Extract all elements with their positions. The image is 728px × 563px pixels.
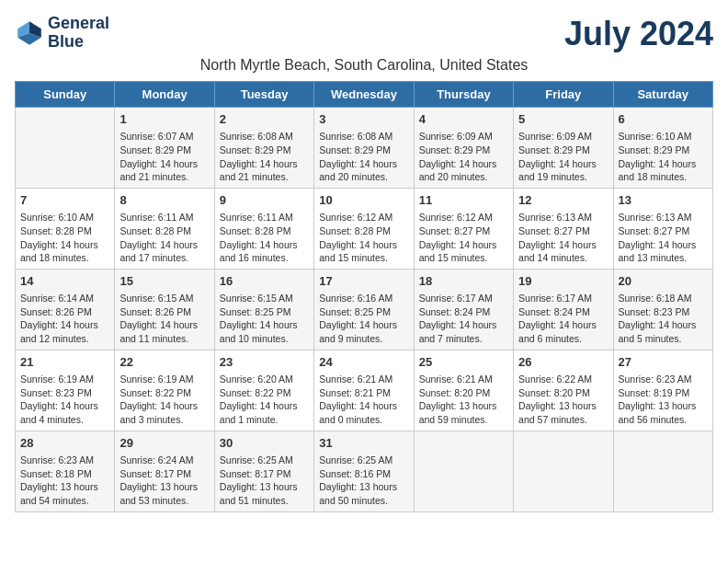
calendar-cell: 6Sunrise: 6:10 AMSunset: 8:29 PMDaylight…	[613, 108, 712, 189]
day-info: Sunrise: 6:13 AMSunset: 8:27 PMDaylight:…	[619, 211, 708, 265]
day-number: 22	[119, 354, 209, 371]
calendar-cell	[16, 108, 115, 189]
calendar-cell: 24Sunrise: 6:21 AMSunset: 8:21 PMDayligh…	[314, 350, 414, 431]
calendar-cell: 17Sunrise: 6:16 AMSunset: 8:25 PMDayligh…	[314, 269, 414, 350]
calendar-cell: 20Sunrise: 6:18 AMSunset: 8:23 PMDayligh…	[613, 269, 712, 350]
logo: General Blue	[15, 15, 109, 52]
calendar-cell: 19Sunrise: 6:17 AMSunset: 8:24 PMDayligh…	[514, 269, 613, 350]
day-info: Sunrise: 6:11 AMSunset: 8:28 PMDaylight:…	[220, 211, 309, 265]
day-info: Sunrise: 6:07 AMSunset: 8:29 PMDaylight:…	[119, 130, 209, 184]
day-info: Sunrise: 6:22 AMSunset: 8:20 PMDaylight:…	[518, 373, 608, 427]
header-friday: Friday	[514, 82, 613, 108]
day-number: 26	[518, 354, 608, 371]
day-number: 2	[220, 111, 309, 128]
header-saturday: Saturday	[613, 82, 712, 108]
calendar-cell: 22Sunrise: 6:19 AMSunset: 8:22 PMDayligh…	[115, 350, 214, 431]
day-info: Sunrise: 6:09 AMSunset: 8:29 PMDaylight:…	[518, 130, 608, 184]
day-number: 16	[220, 273, 309, 290]
day-number: 19	[518, 273, 608, 290]
calendar-cell: 30Sunrise: 6:25 AMSunset: 8:17 PMDayligh…	[214, 431, 313, 511]
calendar-week-5: 28Sunrise: 6:23 AMSunset: 8:18 PMDayligh…	[16, 431, 713, 511]
day-number: 8	[119, 192, 209, 209]
header-monday: Monday	[115, 82, 214, 108]
calendar-header-row: SundayMondayTuesdayWednesdayThursdayFrid…	[16, 82, 713, 108]
day-number: 6	[619, 111, 708, 128]
calendar-cell: 15Sunrise: 6:15 AMSunset: 8:26 PMDayligh…	[115, 269, 214, 350]
day-info: Sunrise: 6:15 AMSunset: 8:26 PMDaylight:…	[119, 292, 209, 346]
calendar-cell: 2Sunrise: 6:08 AMSunset: 8:29 PMDaylight…	[214, 108, 313, 189]
day-number: 7	[20, 192, 109, 209]
day-info: Sunrise: 6:19 AMSunset: 8:22 PMDaylight:…	[119, 373, 209, 427]
calendar-cell: 7Sunrise: 6:10 AMSunset: 8:28 PMDaylight…	[16, 188, 115, 269]
calendar-cell: 31Sunrise: 6:25 AMSunset: 8:16 PMDayligh…	[314, 431, 414, 511]
calendar-cell: 3Sunrise: 6:08 AMSunset: 8:29 PMDaylight…	[314, 108, 414, 189]
calendar-cell: 18Sunrise: 6:17 AMSunset: 8:24 PMDayligh…	[414, 269, 513, 350]
calendar-cell: 10Sunrise: 6:12 AMSunset: 8:28 PMDayligh…	[314, 188, 414, 269]
day-info: Sunrise: 6:25 AMSunset: 8:16 PMDaylight:…	[319, 454, 408, 508]
day-number: 24	[319, 354, 408, 371]
calendar-cell: 28Sunrise: 6:23 AMSunset: 8:18 PMDayligh…	[16, 431, 115, 511]
day-info: Sunrise: 6:14 AMSunset: 8:26 PMDaylight:…	[20, 292, 109, 346]
day-info: Sunrise: 6:20 AMSunset: 8:22 PMDaylight:…	[220, 373, 309, 427]
calendar-cell: 16Sunrise: 6:15 AMSunset: 8:25 PMDayligh…	[214, 269, 313, 350]
day-info: Sunrise: 6:08 AMSunset: 8:29 PMDaylight:…	[319, 130, 408, 184]
calendar-cell: 21Sunrise: 6:19 AMSunset: 8:23 PMDayligh…	[16, 350, 115, 431]
day-info: Sunrise: 6:11 AMSunset: 8:28 PMDaylight:…	[119, 211, 209, 265]
day-number: 14	[20, 273, 109, 290]
calendar-cell: 25Sunrise: 6:21 AMSunset: 8:20 PMDayligh…	[414, 350, 513, 431]
day-info: Sunrise: 6:10 AMSunset: 8:29 PMDaylight:…	[619, 130, 708, 184]
day-number: 5	[518, 111, 608, 128]
day-number: 17	[319, 273, 408, 290]
day-number: 10	[319, 192, 408, 209]
day-info: Sunrise: 6:17 AMSunset: 8:24 PMDaylight:…	[518, 292, 608, 346]
calendar-cell	[414, 431, 513, 511]
calendar-cell: 5Sunrise: 6:09 AMSunset: 8:29 PMDaylight…	[514, 108, 613, 189]
page-title: July 2024	[564, 15, 713, 53]
calendar-week-4: 21Sunrise: 6:19 AMSunset: 8:23 PMDayligh…	[16, 350, 713, 431]
day-info: Sunrise: 6:12 AMSunset: 8:28 PMDaylight:…	[319, 211, 408, 265]
day-info: Sunrise: 6:15 AMSunset: 8:25 PMDaylight:…	[220, 292, 309, 346]
header-sunday: Sunday	[16, 82, 115, 108]
day-info: Sunrise: 6:08 AMSunset: 8:29 PMDaylight:…	[220, 130, 309, 184]
header-tuesday: Tuesday	[214, 82, 313, 108]
header-wednesday: Wednesday	[314, 82, 414, 108]
day-number: 3	[319, 111, 408, 128]
day-info: Sunrise: 6:21 AMSunset: 8:20 PMDaylight:…	[419, 373, 508, 427]
day-number: 1	[119, 111, 209, 128]
calendar-cell	[514, 431, 613, 511]
day-number: 27	[619, 354, 708, 371]
calendar-cell: 11Sunrise: 6:12 AMSunset: 8:27 PMDayligh…	[414, 188, 513, 269]
calendar-table: SundayMondayTuesdayWednesdayThursdayFrid…	[15, 81, 713, 512]
day-number: 13	[619, 192, 708, 209]
calendar-cell: 1Sunrise: 6:07 AMSunset: 8:29 PMDaylight…	[115, 108, 214, 189]
day-info: Sunrise: 6:17 AMSunset: 8:24 PMDaylight:…	[419, 292, 508, 346]
calendar-cell: 13Sunrise: 6:13 AMSunset: 8:27 PMDayligh…	[613, 188, 712, 269]
day-info: Sunrise: 6:09 AMSunset: 8:29 PMDaylight:…	[419, 130, 508, 184]
day-number: 20	[619, 273, 708, 290]
calendar-cell: 29Sunrise: 6:24 AMSunset: 8:17 PMDayligh…	[115, 431, 214, 511]
day-info: Sunrise: 6:13 AMSunset: 8:27 PMDaylight:…	[518, 211, 608, 265]
day-info: Sunrise: 6:12 AMSunset: 8:27 PMDaylight:…	[419, 211, 508, 265]
calendar-cell: 14Sunrise: 6:14 AMSunset: 8:26 PMDayligh…	[16, 269, 115, 350]
day-number: 12	[518, 192, 608, 209]
day-number: 31	[319, 435, 408, 452]
day-info: Sunrise: 6:18 AMSunset: 8:23 PMDaylight:…	[619, 292, 708, 346]
header-thursday: Thursday	[414, 82, 513, 108]
calendar-cell: 26Sunrise: 6:22 AMSunset: 8:20 PMDayligh…	[514, 350, 613, 431]
day-number: 30	[220, 435, 309, 452]
day-number: 28	[20, 435, 109, 452]
day-number: 25	[419, 354, 508, 371]
day-info: Sunrise: 6:23 AMSunset: 8:18 PMDaylight:…	[20, 454, 109, 508]
calendar-cell	[613, 431, 712, 511]
subtitle: North Myrtle Beach, South Carolina, Unit…	[15, 57, 713, 74]
logo-icon	[15, 18, 44, 48]
page-header: General Blue July 2024	[15, 15, 713, 53]
calendar-week-1: 1Sunrise: 6:07 AMSunset: 8:29 PMDaylight…	[16, 108, 713, 189]
day-info: Sunrise: 6:23 AMSunset: 8:19 PMDaylight:…	[619, 373, 708, 427]
day-info: Sunrise: 6:21 AMSunset: 8:21 PMDaylight:…	[319, 373, 408, 427]
day-number: 18	[419, 273, 508, 290]
calendar-cell: 8Sunrise: 6:11 AMSunset: 8:28 PMDaylight…	[115, 188, 214, 269]
calendar-cell: 23Sunrise: 6:20 AMSunset: 8:22 PMDayligh…	[214, 350, 313, 431]
day-info: Sunrise: 6:24 AMSunset: 8:17 PMDaylight:…	[119, 454, 209, 508]
calendar-cell: 4Sunrise: 6:09 AMSunset: 8:29 PMDaylight…	[414, 108, 513, 189]
